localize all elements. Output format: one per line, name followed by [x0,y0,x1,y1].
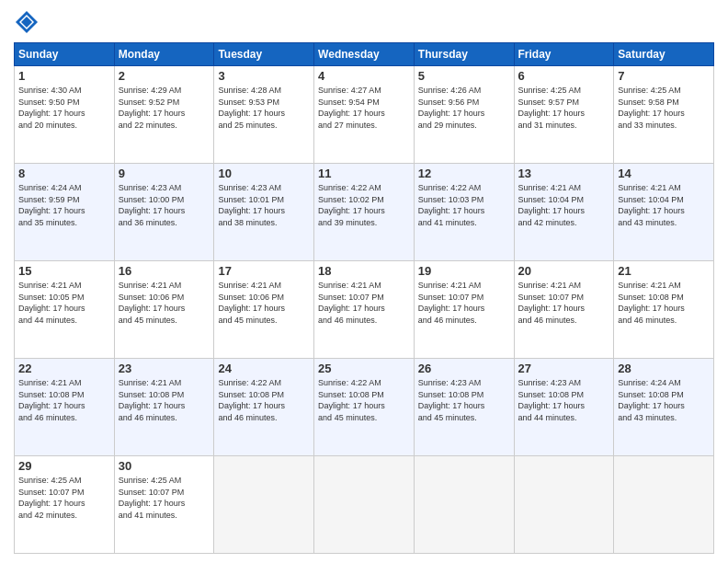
day-info: Sunrise: 4:22 AM Sunset: 10:08 PM Daylig… [218,377,310,423]
day-number: 30 [119,459,210,473]
calendar-header: SundayMondayTuesdayWednesdayThursdayFrid… [15,43,714,66]
calendar-day-cell: 18Sunrise: 4:21 AM Sunset: 10:07 PM Dayl… [314,261,415,359]
day-number: 21 [618,264,710,278]
day-info: Sunrise: 4:21 AM Sunset: 10:04 PM Daylig… [618,182,710,228]
day-number: 14 [618,167,710,180]
day-number: 2 [119,69,210,83]
weekday-header: Friday [514,43,614,66]
calendar-day-cell: 29Sunrise: 4:25 AM Sunset: 10:07 PM Dayl… [15,456,115,554]
calendar-day-cell [614,456,714,554]
day-number: 27 [518,362,610,375]
day-number: 3 [218,69,310,83]
day-info: Sunrise: 4:26 AM Sunset: 9:56 PM Dayligh… [418,85,510,131]
calendar-week-row: 22Sunrise: 4:21 AM Sunset: 10:08 PM Dayl… [15,359,714,456]
day-number: 13 [518,167,610,180]
weekday-header: Thursday [414,43,514,66]
calendar-day-cell: 12Sunrise: 4:22 AM Sunset: 10:03 PM Dayl… [414,164,514,261]
calendar-day-cell: 24Sunrise: 4:22 AM Sunset: 10:08 PM Dayl… [214,359,314,456]
day-info: Sunrise: 4:23 AM Sunset: 10:01 PM Daylig… [218,182,310,228]
weekday-header: Saturday [614,43,714,66]
day-info: Sunrise: 4:25 AM Sunset: 10:07 PM Daylig… [119,475,210,521]
day-info: Sunrise: 4:24 AM Sunset: 9:59 PM Dayligh… [18,182,110,228]
calendar-week-row: 8Sunrise: 4:24 AM Sunset: 9:59 PM Daylig… [15,164,714,261]
calendar-day-cell: 19Sunrise: 4:21 AM Sunset: 10:07 PM Dayl… [414,261,514,359]
day-number: 5 [418,69,510,83]
day-info: Sunrise: 4:22 AM Sunset: 10:08 PM Daylig… [318,377,410,423]
calendar-day-cell: 28Sunrise: 4:24 AM Sunset: 10:08 PM Dayl… [614,359,714,456]
calendar-day-cell: 22Sunrise: 4:21 AM Sunset: 10:08 PM Dayl… [15,359,115,456]
calendar-day-cell: 1Sunrise: 4:30 AM Sunset: 9:50 PM Daylig… [15,66,115,164]
day-info: Sunrise: 4:28 AM Sunset: 9:53 PM Dayligh… [218,85,310,131]
day-number: 7 [618,69,710,83]
calendar-day-cell: 2Sunrise: 4:29 AM Sunset: 9:52 PM Daylig… [114,66,214,164]
calendar-day-cell: 8Sunrise: 4:24 AM Sunset: 9:59 PM Daylig… [15,164,115,261]
day-info: Sunrise: 4:21 AM Sunset: 10:08 PM Daylig… [618,280,710,326]
day-number: 4 [318,69,410,83]
day-number: 16 [119,264,210,278]
weekday-header: Sunday [15,43,115,66]
page: SundayMondayTuesdayWednesdayThursdayFrid… [0,0,728,563]
calendar-day-cell: 30Sunrise: 4:25 AM Sunset: 10:07 PM Dayl… [114,456,214,554]
logo-icon [14,9,40,35]
calendar-week-row: 1Sunrise: 4:30 AM Sunset: 9:50 PM Daylig… [15,66,714,164]
day-info: Sunrise: 4:21 AM Sunset: 10:06 PM Daylig… [119,280,210,326]
day-info: Sunrise: 4:25 AM Sunset: 9:58 PM Dayligh… [618,85,710,131]
calendar-day-cell: 5Sunrise: 4:26 AM Sunset: 9:56 PM Daylig… [414,66,514,164]
calendar-day-cell: 17Sunrise: 4:21 AM Sunset: 10:06 PM Dayl… [214,261,314,359]
day-number: 1 [18,69,110,83]
day-info: Sunrise: 4:21 AM Sunset: 10:08 PM Daylig… [119,377,210,423]
day-number: 15 [18,264,110,278]
calendar-day-cell: 15Sunrise: 4:21 AM Sunset: 10:05 PM Dayl… [15,261,115,359]
calendar-day-cell [414,456,514,554]
weekday-header: Wednesday [314,43,415,66]
day-number: 25 [318,362,410,375]
day-info: Sunrise: 4:23 AM Sunset: 10:00 PM Daylig… [119,182,210,228]
weekday-header-row: SundayMondayTuesdayWednesdayThursdayFrid… [15,43,714,66]
calendar-day-cell: 14Sunrise: 4:21 AM Sunset: 10:04 PM Dayl… [614,164,714,261]
calendar-day-cell: 21Sunrise: 4:21 AM Sunset: 10:08 PM Dayl… [614,261,714,359]
day-number: 12 [418,167,510,180]
day-info: Sunrise: 4:21 AM Sunset: 10:08 PM Daylig… [18,377,110,423]
calendar-day-cell [514,456,614,554]
calendar-day-cell: 4Sunrise: 4:27 AM Sunset: 9:54 PM Daylig… [314,66,415,164]
weekday-header: Monday [114,43,214,66]
calendar-day-cell: 7Sunrise: 4:25 AM Sunset: 9:58 PM Daylig… [614,66,714,164]
day-info: Sunrise: 4:21 AM Sunset: 10:07 PM Daylig… [418,280,510,326]
calendar-day-cell: 27Sunrise: 4:23 AM Sunset: 10:08 PM Dayl… [514,359,614,456]
calendar-day-cell: 26Sunrise: 4:23 AM Sunset: 10:08 PM Dayl… [414,359,514,456]
calendar-body: 1Sunrise: 4:30 AM Sunset: 9:50 PM Daylig… [15,66,714,554]
day-number: 26 [418,362,510,375]
calendar-day-cell: 25Sunrise: 4:22 AM Sunset: 10:08 PM Dayl… [314,359,415,456]
day-info: Sunrise: 4:23 AM Sunset: 10:08 PM Daylig… [518,377,610,423]
day-number: 17 [218,264,310,278]
day-number: 23 [119,362,210,375]
calendar-day-cell [214,456,314,554]
day-number: 10 [218,167,310,180]
day-info: Sunrise: 4:24 AM Sunset: 10:08 PM Daylig… [618,377,710,423]
day-info: Sunrise: 4:21 AM Sunset: 10:07 PM Daylig… [518,280,610,326]
day-number: 8 [18,167,110,180]
day-info: Sunrise: 4:27 AM Sunset: 9:54 PM Dayligh… [318,85,410,131]
day-number: 6 [518,69,610,83]
calendar-day-cell: 20Sunrise: 4:21 AM Sunset: 10:07 PM Dayl… [514,261,614,359]
day-number: 11 [318,167,410,180]
calendar-day-cell: 6Sunrise: 4:25 AM Sunset: 9:57 PM Daylig… [514,66,614,164]
day-info: Sunrise: 4:25 AM Sunset: 9:57 PM Dayligh… [518,85,610,131]
calendar-day-cell: 23Sunrise: 4:21 AM Sunset: 10:08 PM Dayl… [114,359,214,456]
weekday-header: Tuesday [214,43,314,66]
day-info: Sunrise: 4:21 AM Sunset: 10:07 PM Daylig… [318,280,410,326]
day-info: Sunrise: 4:21 AM Sunset: 10:05 PM Daylig… [18,280,110,326]
day-info: Sunrise: 4:22 AM Sunset: 10:03 PM Daylig… [418,182,510,228]
day-info: Sunrise: 4:25 AM Sunset: 10:07 PM Daylig… [18,475,110,521]
day-number: 28 [618,362,710,375]
calendar: SundayMondayTuesdayWednesdayThursdayFrid… [14,42,714,554]
day-info: Sunrise: 4:22 AM Sunset: 10:02 PM Daylig… [318,182,410,228]
day-info: Sunrise: 4:23 AM Sunset: 10:08 PM Daylig… [418,377,510,423]
day-number: 18 [318,264,410,278]
day-number: 19 [418,264,510,278]
calendar-day-cell: 9Sunrise: 4:23 AM Sunset: 10:00 PM Dayli… [114,164,214,261]
logo [14,9,43,35]
day-number: 24 [218,362,310,375]
day-number: 20 [518,264,610,278]
calendar-day-cell: 13Sunrise: 4:21 AM Sunset: 10:04 PM Dayl… [514,164,614,261]
